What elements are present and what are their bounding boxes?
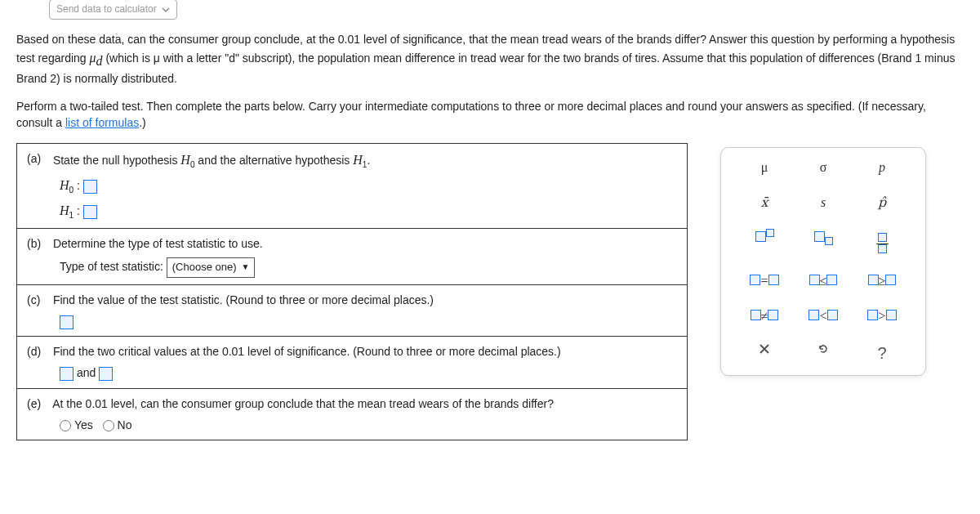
- crit-val-2-input[interactable]: [99, 367, 113, 381]
- test-stat-input[interactable]: [60, 315, 74, 329]
- op: ≠: [761, 309, 768, 323]
- part-text: Determine the type of test statistic to …: [53, 237, 263, 250]
- intro-text: (which is μ with a letter "d" subscript)…: [16, 51, 955, 85]
- symbol-palette: μ σ p x̄ s p̂ = ≤ ≥ ≠ < >: [720, 147, 926, 377]
- part-text: and the alternative hypothesis: [194, 154, 353, 167]
- send-data-button[interactable]: Send data to calculator: [49, 0, 177, 20]
- help-button[interactable]: ?: [862, 342, 902, 365]
- stat-type-select[interactable]: (Choose one) ▼: [167, 257, 256, 278]
- part-a: (a) State the null hypothesis H0 and the…: [17, 144, 687, 229]
- h1-input[interactable]: [83, 205, 97, 219]
- undo-icon: [817, 342, 830, 355]
- op: ≥: [879, 274, 886, 288]
- crit-val-1-input[interactable]: [60, 367, 74, 381]
- op: <: [819, 309, 826, 323]
- clear-button[interactable]: [745, 342, 784, 365]
- mu-sub: d: [96, 53, 103, 67]
- sym-s[interactable]: s: [804, 193, 843, 212]
- part-b: (b) Determine the type of test statistic…: [17, 228, 687, 284]
- sym-sigma[interactable]: σ: [804, 158, 843, 177]
- sym-box-sup[interactable]: [745, 228, 784, 255]
- part-letter: (a): [27, 150, 50, 167]
- no-radio[interactable]: [103, 420, 114, 431]
- and-text: and: [74, 366, 99, 379]
- select-value: (Choose one): [172, 260, 237, 275]
- h0-input[interactable]: [83, 180, 97, 194]
- stat-type-label: Type of test statistic:: [60, 260, 163, 273]
- yes-radio[interactable]: [60, 420, 71, 431]
- part-letter: (c): [27, 292, 50, 308]
- h1-sym: H: [353, 153, 363, 167]
- part-c: (c) Find the value of the test statistic…: [17, 284, 687, 337]
- close-icon: [758, 342, 771, 355]
- op: >: [878, 309, 885, 323]
- colon: :: [74, 204, 80, 217]
- send-data-label: Send data to calculator: [56, 2, 157, 16]
- part-e: (e) At the 0.01 level, can the consumer …: [17, 388, 687, 440]
- question-panel: (a) State the null hypothesis H0 and the…: [16, 143, 688, 441]
- part-text: At the: [52, 397, 85, 410]
- intro-text: Perform a two-tailed test. Then complete…: [16, 100, 926, 129]
- sym-gt[interactable]: >: [862, 306, 902, 325]
- sym-p[interactable]: p: [862, 158, 902, 177]
- part-text: .: [367, 154, 370, 167]
- problem-intro: Based on these data, can the consumer gr…: [16, 31, 964, 131]
- no-label: No: [118, 418, 132, 431]
- intro-text: .): [139, 116, 146, 129]
- formulas-link[interactable]: list of formulas: [65, 116, 139, 129]
- h0-label: H: [60, 178, 69, 192]
- sym-eq[interactable]: =: [745, 271, 784, 290]
- sig-level: 0.01: [86, 397, 108, 410]
- h0-sym: H: [180, 153, 190, 167]
- colon: :: [74, 179, 80, 192]
- op: ≤: [820, 274, 827, 288]
- mu-symbol: μ: [90, 51, 96, 65]
- part-text: Find the two critical values at the: [53, 345, 222, 358]
- intro-text: Based on these data, can the consumer gr…: [16, 33, 338, 46]
- chevron-down-icon: [162, 6, 170, 14]
- part-text: Find the value of the test statistic. (R…: [53, 293, 434, 306]
- part-text: level of significance. (Round to three o…: [244, 345, 561, 358]
- sym-frac[interactable]: [862, 228, 902, 255]
- sig-level: 0.01: [338, 33, 360, 46]
- dropdown-icon: ▼: [242, 261, 250, 274]
- sym-ge[interactable]: ≥: [862, 271, 902, 290]
- sym-lt[interactable]: <: [804, 306, 843, 325]
- reset-button[interactable]: [804, 342, 843, 365]
- sym-le[interactable]: ≤: [804, 271, 843, 290]
- part-letter: (d): [27, 343, 50, 360]
- part-letter: (b): [27, 235, 50, 252]
- h1-label: H: [60, 203, 69, 217]
- part-text: State the null hypothesis: [53, 154, 180, 167]
- sym-box-sub[interactable]: [804, 228, 843, 255]
- op: =: [760, 274, 768, 288]
- sym-mu[interactable]: μ: [745, 158, 784, 177]
- part-letter: (e): [27, 396, 50, 412]
- part-text: level, can the consumer group conclude t…: [108, 397, 554, 410]
- sig-level: 0.01: [222, 345, 244, 358]
- sym-xbar[interactable]: x̄: [745, 193, 784, 212]
- yes-label: Yes: [74, 418, 93, 431]
- sym-phat[interactable]: p̂: [862, 193, 902, 212]
- sym-ne[interactable]: ≠: [745, 306, 784, 325]
- part-d: (d) Find the two critical values at the …: [17, 336, 687, 388]
